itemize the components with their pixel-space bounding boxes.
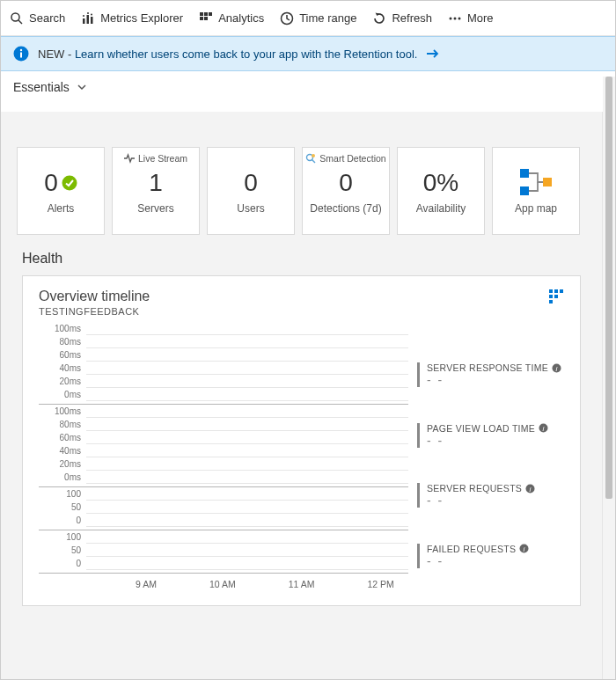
toolbar-analytics[interactable]: Analytics — [199, 11, 264, 26]
x-tick: 9 AM — [136, 579, 157, 589]
toolbar-refresh-label: Refresh — [392, 11, 432, 25]
info-icon: i — [525, 484, 535, 494]
svg-rect-31 — [554, 295, 558, 298]
svg-rect-24 — [520, 169, 529, 178]
svg-rect-28 — [554, 289, 558, 293]
chevron-down-icon — [77, 82, 87, 92]
svg-point-7 — [91, 13, 92, 15]
chart-icon — [81, 11, 95, 26]
legend-value: - - — [427, 554, 564, 568]
legend-item[interactable]: SERVER RESPONSE TIME i - - — [417, 362, 564, 387]
svg-point-6 — [87, 12, 89, 14]
tiles-row: 0 Alerts Live Stream 1 Servers 0 Users S… — [1, 112, 602, 251]
toolbar-more[interactable]: More — [448, 11, 494, 26]
info-icon — [13, 46, 29, 62]
x-tick: 10 AM — [209, 579, 236, 589]
svg-point-15 — [453, 17, 456, 19]
svg-point-16 — [458, 17, 460, 19]
notification-banner: NEW - Learn whether users come back to y… — [1, 36, 615, 71]
tile-availability-value: 0% — [423, 171, 458, 195]
mini-chart: 100500 — [39, 487, 408, 530]
legend-label: PAGE VIEW LOAD TIME i — [427, 423, 564, 434]
tile-detections-value: 0 — [339, 171, 353, 195]
svg-rect-30 — [549, 295, 553, 298]
legend-item[interactable]: FAILED REQUESTS i - - — [417, 544, 564, 568]
toolbar-search-label: Search — [29, 11, 65, 25]
tile-users[interactable]: 0 Users — [207, 147, 295, 235]
legend-label: SERVER REQUESTS i — [427, 483, 564, 494]
info-icon: i — [539, 423, 548, 433]
info-icon: i — [519, 544, 529, 553]
tile-detections-header: Smart Detection — [319, 153, 385, 164]
svg-rect-10 — [209, 12, 212, 16]
banner-link[interactable]: Learn whether users come back to your ap… — [75, 48, 418, 61]
legend-value: - - — [427, 494, 564, 508]
toolbar-timerange[interactable]: Time range — [280, 11, 356, 26]
svg-point-23 — [312, 154, 315, 157]
pulse-icon — [124, 153, 135, 164]
tile-users-value: 0 — [244, 171, 258, 195]
legend-item[interactable]: SERVER REQUESTS i - - — [417, 483, 564, 508]
search-icon — [10, 11, 24, 26]
svg-rect-18 — [20, 53, 22, 58]
legend-item[interactable]: PAGE VIEW LOAD TIME i - - — [417, 423, 564, 448]
svg-text:i: i — [543, 425, 545, 433]
tile-servers-header: Live Stream — [138, 153, 187, 164]
info-icon: i — [552, 363, 561, 373]
tile-alerts-value: 0 — [44, 171, 58, 195]
svg-rect-27 — [549, 289, 553, 293]
svg-line-22 — [312, 160, 316, 164]
toolbar-metrics-label: Metrics Explorer — [100, 11, 183, 25]
svg-point-19 — [20, 49, 22, 51]
refresh-icon — [372, 11, 386, 26]
tiles-icon — [548, 289, 564, 304]
overview-timeline-card[interactable]: Overview timeline TESTINGFEEDBACK 100ms8… — [22, 275, 581, 606]
card-subtitle: TESTINGFEEDBACK — [39, 306, 150, 317]
legend-label: FAILED REQUESTS i — [427, 544, 564, 554]
svg-rect-9 — [204, 12, 208, 16]
svg-rect-11 — [200, 17, 203, 20]
svg-point-20 — [62, 176, 77, 191]
svg-rect-2 — [83, 18, 85, 24]
essentials-toggle[interactable]: Essentials — [1, 71, 615, 103]
tile-detections[interactable]: Smart Detection 0 Detections (7d) — [302, 147, 390, 235]
tile-detections-label: Detections (7d) — [310, 202, 381, 215]
svg-rect-8 — [200, 12, 203, 16]
svg-text:i: i — [530, 485, 532, 493]
x-axis: 9 AM10 AM11 AM12 PM — [39, 579, 408, 589]
tile-appmap-label: App map — [515, 202, 557, 215]
svg-rect-4 — [91, 17, 93, 24]
scrollbar-track[interactable] — [603, 77, 615, 679]
legend-value: - - — [427, 373, 564, 387]
toolbar-refresh[interactable]: Refresh — [372, 11, 432, 26]
tile-availability[interactable]: 0% Availability — [397, 147, 485, 235]
tile-appmap[interactable]: App map — [492, 147, 580, 235]
tile-alerts[interactable]: 0 Alerts — [17, 147, 105, 235]
essentials-label: Essentials — [13, 80, 70, 94]
legend-label: SERVER RESPONSE TIME i — [427, 362, 564, 373]
svg-rect-29 — [560, 289, 563, 293]
svg-rect-26 — [543, 178, 552, 186]
legend-value: - - — [427, 434, 564, 448]
tile-users-label: Users — [237, 202, 264, 215]
tile-servers-value: 1 — [149, 171, 163, 195]
pin-button[interactable] — [548, 289, 564, 308]
arrow-right-icon[interactable] — [426, 48, 440, 60]
svg-line-1 — [18, 20, 22, 24]
svg-point-14 — [449, 17, 451, 19]
check-circle-icon — [62, 175, 77, 191]
toolbar-more-label: More — [467, 11, 494, 25]
toolbar-metrics[interactable]: Metrics Explorer — [81, 11, 183, 26]
svg-point-5 — [83, 15, 84, 17]
svg-text:i: i — [556, 364, 558, 372]
charts-column: 100ms80ms60ms40ms20ms0ms100ms80ms60ms40m… — [39, 322, 408, 589]
svg-rect-3 — [87, 15, 90, 24]
x-tick: 12 PM — [368, 579, 394, 589]
analytics-icon — [199, 11, 213, 26]
appmap-icon — [518, 167, 554, 197]
x-tick: 11 AM — [289, 579, 315, 589]
scrollbar-thumb[interactable] — [605, 77, 612, 499]
mini-chart: 100ms80ms60ms40ms20ms0ms — [39, 405, 408, 487]
tile-servers[interactable]: Live Stream 1 Servers — [112, 147, 200, 235]
toolbar-search[interactable]: Search — [10, 11, 65, 26]
